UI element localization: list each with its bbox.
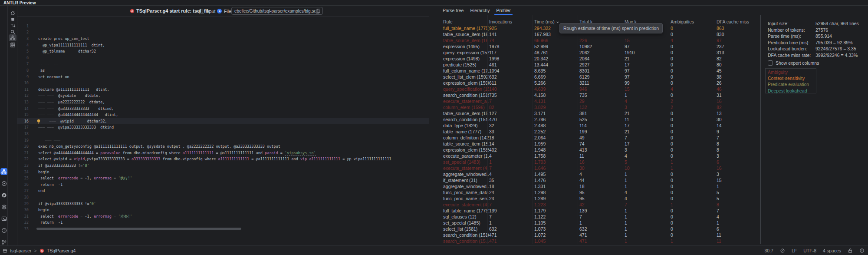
input-radio[interactable] — [198, 9, 203, 13]
unlock-icon[interactable] — [848, 248, 853, 253]
code-line-9[interactable]: 9set nocount on — [17, 74, 429, 80]
code-line-18[interactable]: 18 — [17, 131, 429, 137]
token-list-icon[interactable] — [9, 41, 16, 48]
indent-indicator[interactable]: 4 spaces — [823, 248, 841, 253]
profiler-row[interactable]: execute_statement (40)71.22342718 — [429, 202, 759, 208]
horizontal-scrollbar[interactable] — [36, 228, 241, 230]
code-line-23[interactable]: 23if @a333333333333 !='0' — [17, 162, 429, 169]
profiler-row[interactable]: sql_clauses (12)71.1227104 — [429, 214, 759, 220]
profiler-row[interactable]: predicate (1525)46113.444292717080 — [429, 62, 759, 68]
code-line-25[interactable]: 25 select errorcode = -1, errormsg = '执行… — [17, 175, 429, 182]
profiler-row[interactable]: expression (1498)199820.342206421082 — [429, 56, 759, 62]
profiler-row[interactable]: set_special (1485)11.1051101 — [429, 220, 759, 226]
problems-tool-icon[interactable] — [0, 227, 7, 234]
profiler-row[interactable]: aggregate_windowed...181.33118101 — [429, 183, 759, 189]
profiler-row[interactable]: select_list_elem (1592)6326.669612997038 — [429, 74, 759, 80]
code-line-13[interactable]: 13——— ——— @a2222222222 dtdate, — [17, 99, 429, 106]
code-line-8[interactable]: 8 as — [17, 67, 429, 74]
code-line-11[interactable]: 11declare @a1111111111111 dtint, — [17, 86, 429, 93]
input-radio-label[interactable]: Input — [205, 9, 215, 14]
profiler-row[interactable]: expression (1495)197852.99910982970237 — [429, 43, 759, 50]
code-line-7[interactable]: 7-- -- -- — [17, 61, 429, 67]
profiler-row[interactable]: search_condition (1519)7354.1587351031 — [429, 92, 759, 98]
show-expert-columns-label[interactable]: Show expert columns — [776, 60, 819, 66]
structure-view-icon[interactable] — [9, 34, 16, 41]
profiler-row[interactable]: full_column_name (17...10948.63583019704… — [429, 68, 759, 74]
antlr-tool-icon[interactable] — [0, 192, 7, 199]
file-radio[interactable] — [217, 9, 222, 13]
profiler-row[interactable]: func_proc_name_serv...241.28995405 — [429, 195, 759, 202]
profiler-row[interactable]: execute_statement_a...74.131294216 — [429, 98, 759, 104]
column-header-rule[interactable]: Rule — [443, 19, 489, 25]
run-tool-icon[interactable] — [0, 180, 7, 187]
stop-icon[interactable] — [9, 16, 16, 23]
code-line-15[interactable]: 15——— ——— @a4444444444444444 dtint, — [17, 112, 429, 118]
profiler-row[interactable]: table_source_item (16...7466.96622615497 — [429, 37, 759, 43]
tab-hierarchy[interactable]: Hierarchy — [469, 7, 490, 14]
code-editor[interactable]: 123create proc up_com_test4 @p_vipa11111… — [17, 17, 429, 245]
column-header-ambiguities[interactable]: Ambiguities — [671, 19, 717, 25]
profiler-row[interactable]: expression_elem (1590)6115.266321199026 — [429, 80, 759, 86]
profiler-row[interactable]: table_source_item (15...1273.17138121013 — [429, 110, 759, 116]
code-line-22[interactable]: 22select @vipid = vipid,@vipa33333333333… — [17, 156, 429, 162]
profiler-row[interactable]: aggregate_windowed...41.4954103 — [429, 171, 759, 177]
caret-position[interactable]: 30:7 — [765, 248, 773, 253]
profiler-row[interactable]: select_list (1581)6321.073632106 — [429, 226, 759, 232]
profiler-row[interactable]: expression_elem (1589)4021.948413308 — [429, 147, 759, 153]
code-line-27[interactable]: 27end — [17, 188, 429, 194]
input-file-field[interactable]: ebelice/Github/tsql-parser/examples/big.… — [231, 7, 323, 15]
input-file-path[interactable]: ebelice/Github/tsql-parser/examples/big.… — [234, 9, 316, 13]
code-line-31[interactable]: 31 select errorcode = -1, errormsg = '准备… — [17, 213, 429, 220]
code-line-20[interactable]: 20exec nb_com_getsysconfig @a11111111111… — [17, 143, 429, 150]
project-window-icon[interactable] — [3, 248, 7, 253]
code-line-17[interactable]: 17——— ——— @vipa333333333333 dtkind — [17, 124, 429, 131]
show-expert-columns-checkbox[interactable] — [768, 60, 773, 66]
column-header-dfa-cache-miss[interactable]: DFA cache miss — [717, 19, 749, 25]
code-line-2[interactable]: 2 — [17, 29, 429, 36]
profiler-row[interactable]: data_type (1829)322.48811417014 — [429, 123, 759, 129]
breadcrumb-file[interactable]: TSqlParser.g4 — [47, 248, 76, 253]
tab-profiler[interactable]: Profiler — [495, 7, 511, 14]
profiler-row[interactable]: search_condition (15...4711.0454711111 — [429, 238, 759, 244]
code-line-24[interactable]: 24begin — [17, 169, 429, 176]
highlighting-off-icon[interactable] — [780, 248, 785, 253]
profiler-row[interactable]: search_condition (1516)4711.0724711011 — [429, 232, 759, 238]
profiler-row[interactable]: column_definition (1421)182.06449707 — [429, 135, 759, 141]
code-line-30[interactable]: 30begin — [17, 207, 429, 213]
code-line-1[interactable]: 1 — [17, 23, 429, 30]
notifications-icon[interactable] — [859, 248, 865, 253]
profiler-row[interactable]: search_condition (1517)4702.78652511030 — [429, 116, 759, 123]
profiler-row[interactable]: execute_parameter (1...41.75811403 — [429, 153, 759, 159]
code-line-3[interactable]: 3create proc up_com_test — [17, 36, 429, 42]
profiler-row[interactable]: query_expression (1527)11748.76120621910… — [429, 50, 759, 56]
code-line-19[interactable]: 19 ——— ——— — [17, 137, 429, 144]
code-line-21[interactable]: 21select @a4444444444444444 = paravalue … — [17, 150, 429, 156]
code-line-26[interactable]: 26 return -1 — [17, 182, 429, 188]
code-line-16[interactable]: 16 ——— @vipid dtchar32, — [17, 118, 429, 125]
code-line-28[interactable]: 28 — [17, 194, 429, 201]
code-line-12[interactable]: 12——— ——— @sysdate dtdate, — [17, 93, 429, 99]
profiler-row[interactable]: if_statement (31)351.476441015 — [429, 177, 759, 183]
code-line-14[interactable]: 14——— ——— @a333333333333 dtkind, — [17, 106, 429, 112]
file-radio-label[interactable]: File — [224, 9, 231, 14]
code-line-29[interactable]: 29if @vipa333333333333 !='0' — [17, 201, 429, 207]
table-scrollbar[interactable] — [760, 15, 761, 244]
profiler-row[interactable]: query_specification (15...1404.639946154… — [429, 86, 759, 92]
code-line-5[interactable]: 5 @p_tblname dtchar32 — [17, 48, 429, 55]
profiler-row[interactable]: table_source_item (15...141.959741708 — [429, 141, 759, 147]
line-ending-indicator[interactable]: LF — [792, 248, 797, 253]
profiler-row[interactable]: column_elem (1596)823.8291323282 — [429, 104, 759, 110]
tab-parse-tree[interactable]: Parse tree — [442, 7, 464, 14]
encoding-indicator[interactable]: UTF-8 — [803, 248, 816, 253]
code-line-4[interactable]: 4 @p_vipa1111111111111 dtint, — [17, 42, 429, 49]
column-header-invocations[interactable]: Invocations — [489, 19, 534, 25]
profiler-row[interactable]: full_table_name (1773)1391.179139107 — [429, 208, 759, 214]
profiler-row[interactable]: execute_statement (4...71.6463010116 — [429, 165, 759, 171]
copy-path-icon[interactable] — [316, 8, 321, 13]
profiler-row[interactable]: func_proc_name_data...241.29895405 — [429, 189, 759, 195]
services-tool-icon[interactable] — [0, 203, 7, 210]
antlr-preview-tool-icon[interactable] — [0, 168, 7, 175]
code-line-32[interactable]: 32 return -1 — [17, 219, 429, 226]
profiler-row[interactable]: table_name (1777)332.2521992109 — [429, 129, 759, 135]
profiler-row[interactable]: set_special (1483)11.70316516 — [429, 159, 759, 165]
